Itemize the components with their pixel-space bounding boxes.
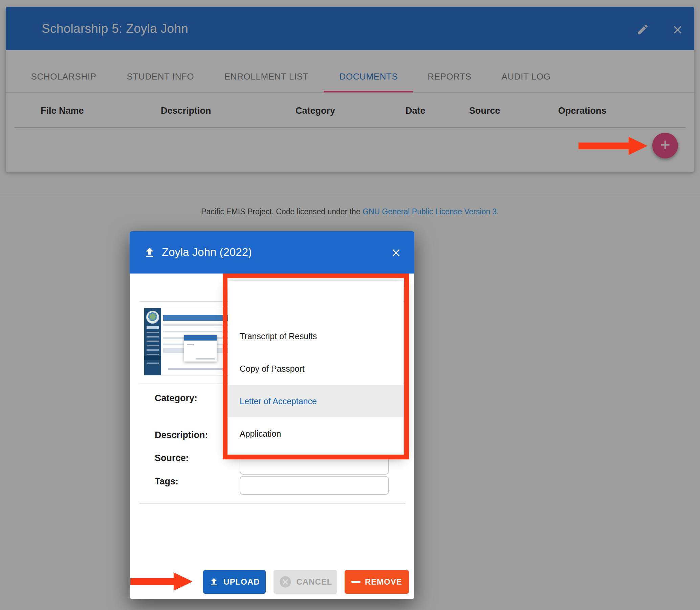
divider xyxy=(140,503,406,504)
dialog-title: Zoyla John (2022) xyxy=(162,246,252,259)
tags-input[interactable] xyxy=(240,476,389,495)
cancel-circle-x-icon xyxy=(279,575,292,589)
description-label: Description: xyxy=(155,430,208,440)
thumbnail-logo xyxy=(146,311,159,324)
minus-icon xyxy=(351,581,360,583)
upload-icon xyxy=(143,246,156,259)
upload-icon xyxy=(209,577,219,587)
dialog-header: Zoyla John (2022) xyxy=(130,231,414,274)
annotation-arrow-to-add-button xyxy=(579,143,629,149)
tags-label: Tags: xyxy=(155,476,178,487)
annotation-arrowhead-to-upload-button xyxy=(174,573,193,591)
cancel-button[interactable]: CANCEL xyxy=(274,570,337,594)
dialog-close-icon[interactable] xyxy=(390,247,402,259)
source-label: Source: xyxy=(155,453,189,463)
annotation-arrowhead-to-add-button xyxy=(629,137,648,155)
remove-button[interactable]: REMOVE xyxy=(345,570,409,594)
upload-button[interactable]: UPLOAD xyxy=(203,570,266,594)
annotation-arrow-to-upload-button xyxy=(130,578,174,585)
thumbnail-popup xyxy=(184,335,217,362)
annotation-box-category-dropdown xyxy=(223,274,409,459)
category-label: Category: xyxy=(155,393,197,403)
